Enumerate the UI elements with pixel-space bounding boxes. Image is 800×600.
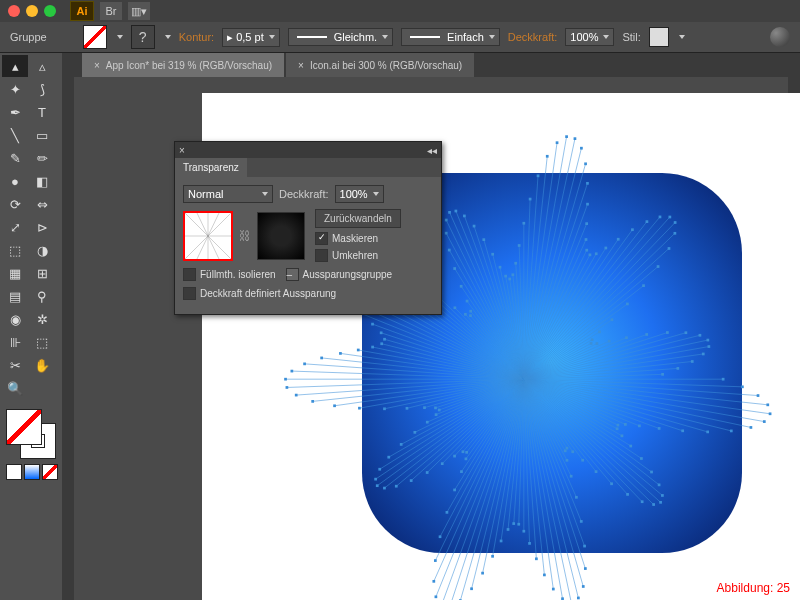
tab-icon-ai[interactable]: ×Icon.ai bei 300 % (RGB/Vorschau) xyxy=(286,53,474,77)
perspective-tool[interactable]: ▦ xyxy=(2,262,28,284)
panel-opacity-input[interactable]: 100% xyxy=(335,185,384,203)
panel-header[interactable]: × ◂◂ xyxy=(175,142,441,158)
svg-rect-268 xyxy=(295,394,298,397)
gradient-tool[interactable]: ▤ xyxy=(2,285,28,307)
invert-checkbox[interactable]: Umkehren xyxy=(315,249,401,262)
svg-rect-207 xyxy=(581,459,584,462)
blend-tool[interactable]: ◉ xyxy=(2,308,28,330)
line-tool[interactable]: ╲ xyxy=(2,124,28,146)
bridge-button[interactable]: Br xyxy=(100,2,122,20)
svg-rect-226 xyxy=(517,523,520,526)
stroke-join-dropdown[interactable]: Einfach xyxy=(401,28,500,46)
svg-rect-336 xyxy=(668,216,671,219)
define-opacity-checkbox[interactable]: Deckkraft definiert Aussparung xyxy=(183,287,336,300)
pencil-tool[interactable]: ✏ xyxy=(29,147,55,169)
fill-stroke-control[interactable] xyxy=(6,409,56,459)
close-window[interactable] xyxy=(8,5,20,17)
style-swatch[interactable] xyxy=(649,27,669,47)
svg-rect-333 xyxy=(631,228,634,231)
gradient-mode[interactable] xyxy=(24,464,40,480)
svg-line-154 xyxy=(524,222,647,380)
svg-rect-358 xyxy=(676,367,679,370)
svg-rect-323 xyxy=(584,162,587,165)
layout-button[interactable]: ▥▾ xyxy=(128,2,150,20)
color-mode[interactable] xyxy=(6,464,22,480)
width-tool[interactable]: ⊳ xyxy=(29,216,55,238)
type-tool[interactable]: T xyxy=(29,101,55,123)
svg-rect-181 xyxy=(741,385,744,388)
rotate-tool[interactable]: ⟳ xyxy=(2,193,28,215)
hand-tool[interactable]: ✋ xyxy=(29,354,55,376)
scale-tool[interactable]: ⤢ xyxy=(2,216,28,238)
reflect-tool[interactable]: ⇔ xyxy=(29,193,55,215)
panel-tab-transparency[interactable]: Transparenz xyxy=(175,158,247,177)
svg-line-4 xyxy=(524,379,770,414)
svg-line-159 xyxy=(524,248,669,379)
none-mode[interactable] xyxy=(42,464,58,480)
direct-selection-tool[interactable]: ▵ xyxy=(29,55,55,77)
blob-brush-tool[interactable]: ● xyxy=(2,170,28,192)
magic-wand-tool[interactable]: ✦ xyxy=(2,78,28,100)
opacity-label[interactable]: Deckkraft: xyxy=(508,31,558,43)
zoom-window[interactable] xyxy=(44,5,56,17)
stroke-swatch[interactable]: ? xyxy=(131,25,155,49)
close-tab-icon[interactable]: × xyxy=(94,60,100,71)
fill-dropdown[interactable] xyxy=(117,35,123,39)
blend-mode-dropdown[interactable]: Normal xyxy=(183,185,273,203)
isolate-checkbox[interactable]: Füllmth. isolieren xyxy=(183,268,276,281)
svg-rect-208 xyxy=(571,450,574,453)
stroke-cap-dropdown[interactable]: Gleichm. xyxy=(288,28,393,46)
artwork-thumbnail[interactable] xyxy=(183,211,233,261)
svg-rect-190 xyxy=(658,427,661,430)
symbol-sprayer-tool[interactable]: ✲ xyxy=(29,308,55,330)
svg-rect-265 xyxy=(358,407,361,410)
svg-rect-274 xyxy=(339,352,342,355)
svg-line-18 xyxy=(524,379,652,472)
free-transform-tool[interactable]: ⬚ xyxy=(2,239,28,261)
svg-rect-238 xyxy=(434,559,437,562)
recolor-button[interactable] xyxy=(770,27,790,47)
shape-builder-tool[interactable]: ◑ xyxy=(29,239,55,261)
paintbrush-tool[interactable]: ✎ xyxy=(2,147,28,169)
svg-rect-263 xyxy=(406,407,409,410)
svg-line-74 xyxy=(380,379,524,469)
eyedropper-tool[interactable]: ⚲ xyxy=(29,285,55,307)
artboard-tool[interactable]: ⬚ xyxy=(29,331,55,353)
stroke-weight-input[interactable]: ▸0,5 pt xyxy=(222,28,280,47)
eraser-tool[interactable]: ◧ xyxy=(29,170,55,192)
svg-rect-278 xyxy=(383,338,386,341)
stroke-dropdown[interactable] xyxy=(165,35,171,39)
svg-rect-231 xyxy=(481,572,484,575)
lasso-tool[interactable]: ⟆ xyxy=(29,78,55,100)
kontur-label[interactable]: Kontur: xyxy=(179,31,214,43)
svg-rect-337 xyxy=(674,221,677,224)
svg-line-72 xyxy=(377,379,524,485)
style-dropdown[interactable] xyxy=(679,35,685,39)
knockout-checkbox[interactable]: –Aussparungsgruppe xyxy=(286,268,393,281)
svg-rect-201 xyxy=(659,501,662,504)
rectangle-tool[interactable]: ▭ xyxy=(29,124,55,146)
link-mask-icon[interactable]: ⛓ xyxy=(239,229,251,243)
panel-close-icon[interactable]: × xyxy=(179,145,185,156)
slice-tool[interactable]: ✂ xyxy=(2,354,28,376)
column-graph-tool[interactable]: ⊪ xyxy=(2,331,28,353)
clip-checkbox[interactable]: Maskieren xyxy=(315,232,401,245)
svg-rect-295 xyxy=(469,314,472,317)
close-tab-icon[interactable]: × xyxy=(298,60,304,71)
revert-mask-button[interactable]: Zurückwandeln xyxy=(315,209,401,228)
minimize-window[interactable] xyxy=(26,5,38,17)
svg-rect-313 xyxy=(514,262,517,265)
stroke-weight-value: 0,5 pt xyxy=(236,31,264,43)
opacity-input[interactable]: 100% xyxy=(565,28,614,46)
svg-rect-191 xyxy=(638,425,641,428)
selection-tool[interactable]: ▴ xyxy=(2,55,28,77)
mesh-tool[interactable]: ⊞ xyxy=(29,262,55,284)
tab-app-icon[interactable]: ×App Icon* bei 319 % (RGB/Vorschau) xyxy=(82,53,284,77)
fill-swatch[interactable] xyxy=(83,25,107,49)
zoom-tool[interactable]: 🔍 xyxy=(2,377,28,399)
pen-tool[interactable]: ✒ xyxy=(2,101,28,123)
mask-thumbnail[interactable] xyxy=(257,212,305,260)
svg-rect-232 xyxy=(470,587,473,590)
svg-rect-343 xyxy=(611,318,614,321)
svg-rect-314 xyxy=(518,244,521,247)
